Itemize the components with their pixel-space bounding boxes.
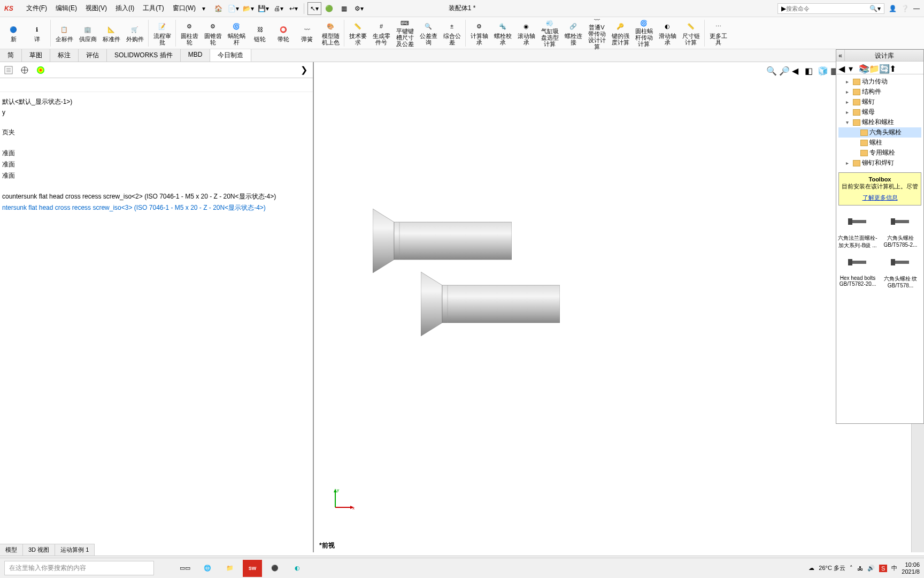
menu-view[interactable]: 视图(V): [81, 2, 111, 15]
ribbon-标准件[interactable]: 📐标准件: [100, 18, 122, 48]
task-view-icon[interactable]: ▭▭: [175, 560, 195, 577]
open-icon[interactable]: 📂▾: [242, 2, 256, 15]
ribbon-蜗轮蜗杆[interactable]: 🌀蜗轮蜗杆: [225, 18, 248, 48]
lib-refresh-icon[interactable]: 🔄: [879, 64, 888, 72]
tab-今日制造[interactable]: 今日制造: [210, 49, 251, 62]
ribbon-计算轴承[interactable]: ⚙计算轴承: [468, 18, 490, 48]
lib-tree-动力传动[interactable]: ▸动力传动: [838, 77, 921, 87]
tab-评估[interactable]: 评估: [79, 49, 107, 62]
weather-icon[interactable]: ☁: [808, 565, 814, 572]
bottom-tab-模型[interactable]: 模型: [0, 544, 23, 556]
menu-window[interactable]: 窗口(W): [168, 2, 200, 15]
search-icon[interactable]: 🔍▾: [869, 5, 881, 12]
lib-tree-结构件[interactable]: ▸结构件: [838, 87, 921, 97]
menu-tools[interactable]: 工具(T): [138, 2, 168, 15]
options-icon[interactable]: ▦: [337, 2, 351, 15]
prev-view-icon[interactable]: ◀: [791, 65, 803, 77]
ribbon-流程审批[interactable]: 📝流程审批: [151, 18, 173, 48]
lib-fwd-icon[interactable]: ▾: [849, 64, 857, 72]
rebuild-icon[interactable]: 🟢: [322, 2, 336, 15]
ribbon-尺寸链计算[interactable]: 📏尺寸链计算: [680, 18, 702, 48]
help-icon[interactable]: ❔: [901, 5, 909, 12]
lib-item[interactable]: 六角法兰面螺栓-加大系列-B级 ...: [837, 211, 878, 249]
tab-草图[interactable]: 草图: [22, 49, 50, 62]
lib-add-icon[interactable]: 📚: [859, 64, 867, 72]
print-icon[interactable]: 🖨▾: [272, 2, 286, 15]
screw-model-2[interactable]: [421, 272, 560, 338]
search-input[interactable]: [786, 5, 869, 12]
ribbon-圆柱齿轮[interactable]: ⚙圆柱齿轮: [178, 18, 201, 48]
ribbon-公差查询[interactable]: 🔍公差查询: [417, 18, 440, 48]
tree-component-selected[interactable]: ntersunk flat head cross recess screw_is…: [2, 202, 311, 214]
lib-item[interactable]: 六角头螺栓 GB/T5785-2...: [880, 211, 921, 249]
app-icon[interactable]: ◐: [288, 560, 307, 577]
ribbon-链轮[interactable]: ⛓链轮: [249, 18, 271, 48]
ribbon-螺栓校承[interactable]: 🔩螺栓校承: [491, 18, 514, 48]
ribbon-普通V带传动设计计算[interactable]: 〰普通V带传动设计计算: [586, 18, 608, 48]
collapse-icon[interactable]: «: [836, 50, 845, 61]
tray-network-icon[interactable]: 🖧: [857, 565, 863, 572]
explorer-icon[interactable]: 📁: [220, 560, 240, 577]
tab-标注[interactable]: 标注: [50, 49, 79, 62]
ime-sogou-icon[interactable]: S: [879, 565, 887, 572]
tree-plane[interactable]: 准面: [2, 170, 311, 181]
expand-detail-icon[interactable]: ❯: [301, 65, 307, 75]
ribbon-模型随机上色[interactable]: 🎨模型随机上色: [319, 18, 342, 48]
tab-SOLIDWORKS 插件[interactable]: SOLIDWORKS 插件: [107, 49, 181, 62]
lib-tree-六角头螺栓[interactable]: 六角头螺栓: [838, 127, 921, 138]
ribbon-生成零件号[interactable]: #生成零件号: [370, 18, 392, 48]
lib-item[interactable]: 六角头螺栓 纹 GB/T578...: [880, 252, 921, 288]
select-icon[interactable]: ↖▾: [307, 2, 321, 15]
section-icon[interactable]: ◧: [804, 65, 816, 77]
tree-folder[interactable]: 页夹: [2, 127, 311, 138]
ribbon-外购件[interactable]: 🛒外购件: [124, 18, 146, 48]
lib-tree-专用螺栓[interactable]: 专用螺栓: [838, 148, 921, 158]
tray-up-icon[interactable]: ˄: [850, 565, 853, 572]
tab-MBD[interactable]: MBD: [181, 49, 211, 62]
ime-lang[interactable]: 中: [891, 564, 897, 572]
ribbon-详[interactable]: ℹ详: [26, 18, 48, 48]
lib-loc-icon[interactable]: 📁: [869, 64, 877, 72]
ribbon-弹簧[interactable]: 〰弹簧: [296, 18, 318, 48]
lib-tree-螺柱[interactable]: 螺柱: [838, 138, 921, 148]
ribbon-气缸吸盘选型计算[interactable]: 💨气缸吸盘选型计算: [538, 18, 561, 48]
ribbon-更多工具[interactable]: ⋯更多工具: [707, 18, 729, 48]
menu-file[interactable]: 文件(F): [22, 2, 51, 15]
3d-viewport[interactable]: 🔍 🔎 ◀ ◧ 🧊 ▦ 👁 🎨 🖼 📷 ⚙: [314, 62, 911, 552]
tray-sound-icon[interactable]: 🔊: [867, 565, 875, 572]
lib-tree-铆钉和焊钉[interactable]: ▸铆钉和焊钉: [838, 158, 921, 168]
windows-search[interactable]: 在这里输入你要搜索的内容: [4, 561, 154, 575]
lib-item[interactable]: Hex head bolts GB/T5782-20...: [837, 252, 878, 288]
tree-item[interactable]: y: [2, 108, 311, 117]
tree-component[interactable]: countersunk flat head cross recess screw…: [2, 191, 311, 202]
lib-tree-螺钉[interactable]: ▸螺钉: [838, 97, 921, 107]
zoom-area-icon[interactable]: 🔎: [779, 65, 790, 77]
ribbon-圆柱蜗杆传动计算[interactable]: 🌀圆柱蜗杆传动计算: [633, 18, 655, 48]
lib-back-icon[interactable]: ◀: [838, 64, 847, 72]
ribbon-综合公差[interactable]: ±综合公差: [441, 18, 463, 48]
menu-insert[interactable]: 插入(I): [111, 2, 138, 15]
ribbon-新[interactable]: 🔵新: [2, 18, 25, 48]
screw-model-1[interactable]: [373, 209, 512, 275]
minimize-icon[interactable]: —: [913, 5, 920, 12]
solidworks-icon[interactable]: SW: [243, 560, 262, 577]
search-box[interactable]: ▶ 🔍▾: [777, 3, 884, 14]
feature-tree-icon[interactable]: [2, 64, 15, 77]
ribbon-滑动轴承[interactable]: ◐滑动轴承: [656, 18, 679, 48]
ribbon-供应商[interactable]: 🏢供应商: [76, 18, 99, 48]
gear-icon[interactable]: ⚙▾: [352, 2, 366, 15]
menu-edit[interactable]: 编辑(E): [51, 2, 81, 15]
ribbon-螺栓连接[interactable]: 🔗螺栓连接: [562, 18, 584, 48]
home-icon[interactable]: 🏠: [212, 2, 226, 15]
lib-tree-螺栓和螺柱[interactable]: ▾螺栓和螺柱: [838, 117, 921, 127]
ribbon-带轮[interactable]: ⭕带轮: [272, 18, 295, 48]
bottom-tab-运动算例 1[interactable]: 运动算例 1: [55, 544, 95, 556]
ribbon-平键键槽尺寸及公差[interactable]: ⌨平键键槽尺寸及公差: [394, 18, 416, 48]
appearance-icon[interactable]: [34, 64, 47, 77]
tree-plane[interactable]: 准面: [2, 148, 311, 159]
user-icon[interactable]: 👤: [889, 5, 897, 12]
toolbox-learn-more-link[interactable]: 了解更多信息: [841, 194, 919, 202]
ribbon-键的强度计算[interactable]: 🔑键的强度计算: [609, 18, 632, 48]
ribbon-企标件[interactable]: 📋企标件: [53, 18, 75, 48]
bottom-tab-3D 视图[interactable]: 3D 视图: [23, 544, 55, 556]
